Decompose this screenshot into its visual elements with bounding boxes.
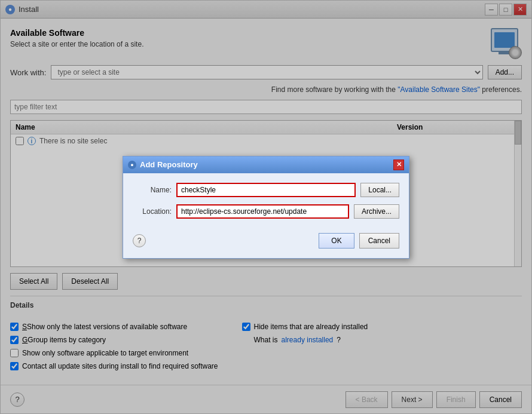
dialog-close-button[interactable]: ✕ (393, 160, 404, 170)
dialog-title-icon: ● (128, 161, 136, 169)
add-repository-dialog: ● Add Repository ✕ Name: Local... Locati… (123, 156, 409, 259)
dialog-body: Name: Local... Location: Archive... (123, 173, 409, 228)
dialog-title-left: ● Add Repository (128, 160, 198, 169)
dialog-action-buttons: OK Cancel (319, 233, 399, 249)
dialog-title-bar: ● Add Repository ✕ (123, 157, 409, 173)
dialog-footer: ? OK Cancel (123, 228, 409, 258)
dialog-help-button[interactable]: ? (133, 234, 146, 247)
local-button[interactable]: Local... (360, 183, 399, 197)
dialog-name-label: Name: (133, 186, 172, 194)
dialog-name-input[interactable] (176, 183, 356, 197)
dialog-title: Add Repository (140, 160, 198, 169)
dialog-location-row: Location: Archive... (133, 204, 399, 219)
dialog-name-row: Name: Local... (133, 183, 399, 197)
dialog-cancel-button[interactable]: Cancel (359, 233, 399, 249)
modal-overlay: ● Add Repository ✕ Name: Local... Locati… (1, 1, 531, 413)
main-window: ● Install ─ □ ✕ Available Software Selec… (0, 0, 532, 414)
archive-button[interactable]: Archive... (354, 204, 399, 219)
ok-button[interactable]: OK (319, 233, 354, 249)
dialog-location-input[interactable] (176, 204, 349, 219)
dialog-location-label: Location: (133, 207, 172, 216)
